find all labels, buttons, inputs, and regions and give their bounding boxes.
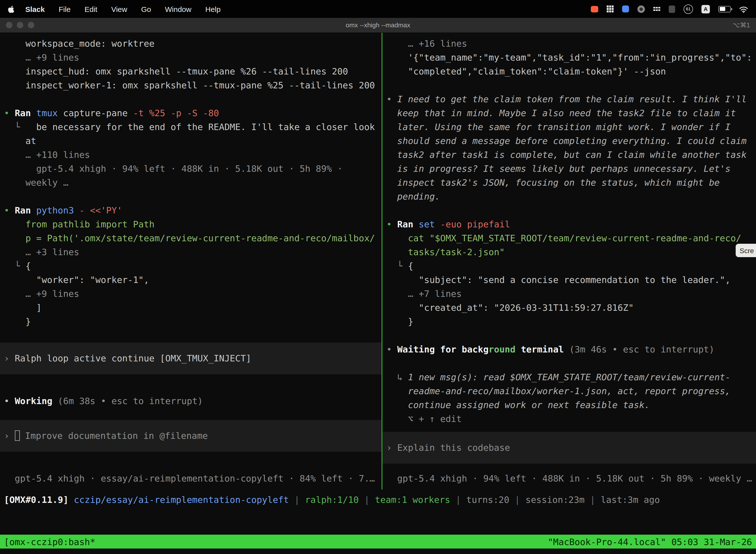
text-segment: "created_at": "2026-03-31T11:59:27.816Z": [386, 302, 634, 313]
tmux-session-label: [omx-cczip0:bash*: [4, 536, 95, 547]
window-title-bar: omx --xhigh --madmax ⌥⌘1: [0, 18, 756, 33]
terminal-line: gpt-5.4 xhigh · 94% left · 488K in · 5.1…: [0, 162, 381, 176]
battery-icon[interactable]: [718, 6, 731, 12]
terminal-line: at: [0, 134, 381, 148]
text-segment: … +9 lines: [4, 52, 79, 63]
text-segment: is in progress? It seems likely but perh…: [386, 163, 731, 174]
text-segment: I need to get the claim token from the c…: [397, 94, 747, 104]
text-segment: |: [509, 494, 525, 505]
input-source-icon[interactable]: A: [701, 5, 710, 13]
text-segment: at: [4, 135, 36, 146]
text-segment: gpt-5.4 xhigh · 94% left · 488K in · 5.1…: [386, 473, 752, 484]
menu-window[interactable]: Window: [165, 5, 191, 13]
right-terminal-pane[interactable]: … +16 lines '{"team_name":"my-team","tas…: [382, 33, 756, 490]
text-segment: python3: [36, 205, 79, 215]
composer-input-right[interactable]: › Explain this codebase: [382, 432, 756, 464]
menu-view[interactable]: View: [111, 5, 127, 13]
text-segment: Ran: [15, 205, 36, 215]
window-shortcut-hint: ⌥⌘1: [733, 21, 750, 29]
text-segment: task2 after task1 is complete, but can I…: [386, 150, 747, 160]
text-segment: … +9 lines: [4, 288, 79, 299]
text-segment: terminal: [515, 344, 569, 354]
apple-menu[interactable]: [8, 5, 14, 13]
text-segment: pending.: [386, 191, 440, 202]
terminal-line: '{"team_name":"my-team","task_id":"1","f…: [382, 51, 756, 64]
text-segment: p = Path('.omx/state/team/review-current…: [4, 233, 375, 243]
terminal-line: [382, 78, 756, 92]
queued-message-ralph-loop[interactable]: › Ralph loop active continue [OMX_TMUX_I…: [0, 342, 381, 374]
terminal-line: "created_at": "2026-03-31T11:59:27.816Z": [382, 301, 756, 315]
terminal-line: task2 after task1 is complete, but can I…: [382, 148, 756, 162]
text-segment: |: [450, 494, 466, 505]
screen-recording-indicator-icon[interactable]: [591, 6, 598, 12]
text-segment: tasks/task-2.json": [386, 247, 505, 257]
text-segment: gpt-5.4 xhigh · 94% left · 488K in · 5.1…: [4, 163, 342, 174]
working-status-line: • Working (6m 38s • esc to interrupt): [0, 394, 381, 408]
text-segment: keep that in mind. Maybe I also need the…: [386, 108, 736, 118]
text-segment: set: [419, 219, 440, 229]
text-segment: readme-and-reco/mailbox/worker-1.json, a…: [386, 386, 731, 396]
raycast-icon[interactable]: [622, 5, 629, 12]
text-segment: Explain this codebase: [397, 442, 510, 453]
text-segment: continue assigned work or next feasible …: [386, 400, 650, 410]
dots-grid-icon[interactable]: [653, 7, 660, 11]
screen-overlay-pill[interactable]: Scre: [736, 244, 756, 257]
text-segment: last:3m ago: [601, 494, 660, 505]
text-segment: weekly …: [4, 177, 68, 188]
terminal-line: inspect_hud: omx sparkshell --tmux-pane …: [0, 64, 381, 78]
app-status-icon[interactable]: [637, 5, 645, 13]
text-segment: cczip/essay/ai-reimplementation-copyleft: [74, 494, 289, 505]
app-menu-slack[interactable]: Slack: [25, 5, 45, 13]
left-terminal-pane[interactable]: workspace_mode: worktree … +9 lines insp…: [0, 33, 381, 490]
text-segment: later. Using the same for transition mig…: [386, 122, 731, 132]
text-segment: … +16 lines: [386, 38, 467, 49]
text-segment: •: [386, 219, 397, 229]
menu-go[interactable]: Go: [141, 5, 151, 13]
window-grid-icon[interactable]: [607, 5, 614, 12]
text-segment: gpt-5.4 xhigh · essay/ai-reimplementatio…: [4, 473, 375, 484]
terminal-line: p = Path('.omx/state/team/review-current…: [0, 231, 381, 245]
text-segment: tmux: [36, 108, 63, 118]
text-segment: … +7 lines: [386, 288, 461, 299]
text-segment: •: [4, 396, 15, 406]
menu-edit[interactable]: Edit: [84, 5, 98, 13]
text-segment: |: [289, 494, 305, 505]
terminal-line: is in progress? It seems likely but perh…: [382, 162, 756, 176]
wifi-glyph: [739, 6, 748, 13]
text-segment: └: [4, 261, 25, 271]
terminal-line: … +110 lines: [0, 148, 381, 162]
terminal-line: continue assigned work or next feasible …: [382, 398, 756, 412]
terminal-line: … +3 lines: [0, 245, 381, 259]
text-segment: "worker": "worker-1",: [4, 275, 149, 285]
text-segment: -euo pipefail: [440, 219, 510, 229]
menu-help[interactable]: Help: [205, 5, 221, 13]
text-segment: {: [25, 261, 31, 271]
terminal-line: tasks/task-2.json": [382, 245, 756, 259]
text-segment: •: [4, 108, 15, 118]
terminal-line: ]: [0, 301, 381, 315]
text-segment: ›: [4, 353, 15, 364]
text-segment: ralph:1/10: [305, 494, 359, 505]
wifi-icon[interactable]: [739, 6, 748, 12]
text-segment: }: [4, 316, 31, 327]
status-item-icon[interactable]: [669, 5, 675, 13]
text-segment: └: [4, 122, 36, 132]
terminal-line: readme-and-reco/mailbox/worker-1.json, a…: [382, 384, 756, 398]
terminal-line: pending.: [382, 189, 756, 204]
battery-percent-icon[interactable]: 61: [684, 4, 693, 14]
omx-session-status: [OMX#0.11.9] cczip/essay/ai-reimplementa…: [0, 493, 756, 507]
menu-file[interactable]: File: [59, 5, 70, 13]
terminal-line: └ {: [382, 259, 756, 273]
text-segment: workspace_mode: worktree: [4, 38, 154, 49]
text-segment: … +110 lines: [4, 150, 90, 160]
text-segment: inspect_hud: omx sparkshell --tmux-pane …: [4, 66, 348, 76]
terminal-line: workspace_mode: worktree: [0, 37, 381, 51]
tmux-panes: workspace_mode: worktree … +9 lines insp…: [0, 33, 756, 490]
terminal: workspace_mode: worktree … +9 lines insp…: [0, 33, 756, 554]
terminal-line: "subject": "send a concise recommendatio…: [382, 273, 756, 287]
text-segment: •: [386, 94, 397, 104]
terminal-line: keep that in mind. Maybe I also need the…: [382, 106, 756, 120]
text-segment: ↳: [386, 372, 408, 382]
text-segment: "completed","claim_token":"claim-token"}…: [386, 66, 666, 76]
composer-input-left[interactable]: › Improve documentation in @filename: [0, 420, 381, 452]
